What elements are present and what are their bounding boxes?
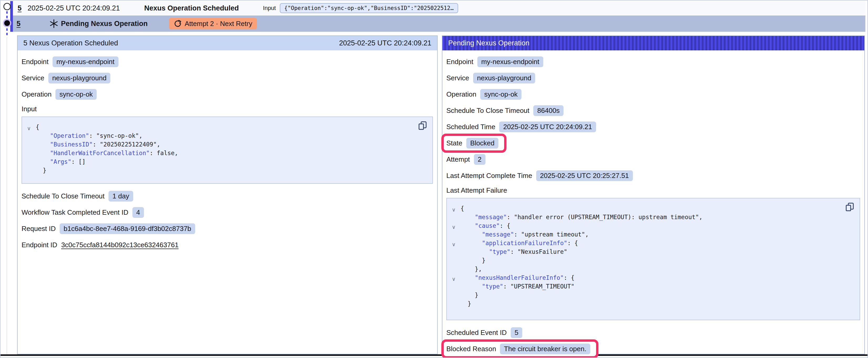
field-list: Endpointmy-nexus-endpointServicenexus-pl… bbox=[22, 56, 433, 100]
input-preview-chip[interactable]: {"Operation":"sync-op-ok","BusinessID":"… bbox=[280, 3, 458, 13]
field-row-service: Servicenexus-playground bbox=[446, 72, 860, 84]
field-value-badge: 2025-02-25 UTC 20:24:09.21 bbox=[499, 122, 596, 132]
event-id-link[interactable]: 5 bbox=[18, 4, 22, 12]
json-line: "message": "upstream timeout", bbox=[461, 230, 589, 239]
field-list: Schedule To Close Timeout1 dayWorkflow T… bbox=[22, 191, 433, 251]
field-value-badge: nexus-playground bbox=[48, 73, 111, 84]
panel-title: 5 Nexus Operation Scheduled bbox=[23, 39, 118, 47]
input-json-viewer: ∨{ "Operation": "sync-op-ok", "BusinessI… bbox=[22, 117, 433, 184]
field-value-badge: 2025-02-25 UTC 20:25:27.51 bbox=[536, 170, 633, 181]
json-line: } bbox=[461, 256, 486, 265]
json-line: } bbox=[461, 299, 471, 308]
field-row-endpoint-id: Endpoint ID3c0c75ccfa8144b092c13ce632463… bbox=[22, 239, 433, 251]
field-row-schedule-to-close-timeout: Schedule To Close Timeout86400s bbox=[446, 105, 860, 116]
field-label: Operation bbox=[446, 90, 476, 98]
field-value-badge: 5 bbox=[511, 327, 522, 338]
field-row-schedule-to-close-timeout: Schedule To Close Timeout1 day bbox=[22, 191, 433, 202]
json-line: { bbox=[36, 123, 39, 131]
field-row-request-id: Request IDb1c6a4bc-8ee7-468a-9169-df3b02… bbox=[22, 223, 433, 234]
field-label: Scheduled Time bbox=[446, 123, 495, 131]
field-value-badge: b1c6a4bc-8ee7-468a-9169-df3b02c8737b bbox=[60, 223, 195, 234]
json-line: "type": "UPSTREAM_TIMEOUT" bbox=[461, 282, 575, 291]
chevron-down-icon[interactable]: ∨ bbox=[447, 275, 461, 284]
event-id-link[interactable]: 5 bbox=[17, 20, 21, 28]
field-row-operation: Operationsync-op-ok bbox=[22, 89, 433, 100]
field-row-last-attempt-complete-time: Last Attempt Complete Time2025-02-25 UTC… bbox=[446, 170, 860, 182]
field-label: Schedule To Close Timeout bbox=[446, 106, 529, 115]
json-line: "type": "NexusFailure" bbox=[461, 248, 567, 256]
pending-title: Pending Nexus Operation bbox=[61, 20, 148, 28]
field-value-badge: nexus-playground bbox=[473, 73, 535, 84]
chevron-down-icon[interactable]: ∨ bbox=[447, 205, 461, 214]
temporal-event-history-view: 5 2025-02-25 UTC 20:24:09.21 Nexus Opera… bbox=[0, 0, 868, 358]
field-value-badge: 1 day bbox=[108, 191, 133, 202]
json-line: "nexusHandlerFailureInfo": { bbox=[461, 273, 574, 282]
panel-header: 5 Nexus Operation Scheduled 2025-02-25 U… bbox=[18, 36, 437, 51]
timeline-dashed-connector bbox=[6, 11, 8, 19]
field-label: Endpoint bbox=[22, 58, 49, 66]
annotation-highlight-box: Blocked ReasonThe circuit breaker is ope… bbox=[441, 339, 598, 358]
event-title: Nexus Operation Scheduled bbox=[144, 4, 239, 12]
attempt-retry-badge: Attempt 2 · Next Retry bbox=[169, 18, 257, 29]
json-line: "HandlerWaitForCancellation": false, bbox=[36, 149, 178, 158]
field-value-badge: Blocked bbox=[466, 138, 499, 149]
event-row-pending-nexus-operation[interactable]: 5 Pending Nexus Operation Attempt 2 · Ne… bbox=[13, 15, 865, 32]
field-row-endpoint: Endpointmy-nexus-endpoint bbox=[446, 56, 860, 67]
attempt-badge-label: Attempt 2 · Next Retry bbox=[185, 20, 252, 28]
field-row-workflow-task-completed-event-id: Workflow Task Completed Event ID4 bbox=[22, 207, 433, 218]
retry-icon bbox=[174, 20, 182, 28]
json-line: "message": "handler error (UPSTREAM_TIME… bbox=[461, 213, 703, 222]
field-label: Workflow Task Completed Event ID bbox=[22, 208, 128, 217]
event-timestamp: 2025-02-25 UTC 20:24:09.21 bbox=[28, 4, 120, 12]
panel-header: Pending Nexus Operation bbox=[442, 36, 864, 51]
field-value-badge: sync-op-ok bbox=[56, 89, 97, 100]
json-line: "applicationFailureInfo": { bbox=[461, 239, 578, 248]
event-row-nexus-operation-scheduled[interactable]: 5 2025-02-25 UTC 20:24:09.21 Nexus Opera… bbox=[13, 1, 865, 15]
field-value-badge: 86400s bbox=[533, 105, 563, 116]
copy-icon[interactable] bbox=[844, 202, 856, 213]
field-label: Request ID bbox=[22, 225, 56, 233]
field-list: Scheduled Event ID5Blocked ReasonThe cir… bbox=[446, 327, 860, 358]
field-label: State bbox=[446, 139, 462, 147]
chevron-down-icon[interactable]: ∨ bbox=[447, 223, 461, 231]
field-row-operation: Operationsync-op-ok bbox=[446, 89, 860, 100]
event-detail-panel-scheduled: 5 Nexus Operation Scheduled 2025-02-25 U… bbox=[17, 35, 438, 354]
pending-nexus-operation-panel: Pending Nexus Operation Endpointmy-nexus… bbox=[442, 35, 865, 354]
timeline-connector-line bbox=[6, 37, 7, 354]
field-label: Endpoint bbox=[446, 58, 473, 66]
timeline-dashed-connector bbox=[6, 28, 8, 37]
timeline-open-circle-icon bbox=[3, 3, 11, 10]
field-label: Schedule To Close Timeout bbox=[22, 192, 104, 200]
field-row-endpoint: Endpointmy-nexus-endpoint bbox=[22, 56, 433, 67]
field-value-badge: my-nexus-endpoint bbox=[477, 57, 543, 67]
field-row-scheduled-event-id: Scheduled Event ID5 bbox=[446, 327, 860, 338]
json-line: } bbox=[36, 166, 46, 175]
json-line: { bbox=[461, 204, 464, 213]
timeline-filled-circle-icon bbox=[3, 19, 11, 27]
field-value-link[interactable]: 3c0c75ccfa8144b092c13ce632463761 bbox=[61, 241, 179, 249]
field-value-badge: my-nexus-endpoint bbox=[53, 57, 119, 67]
field-row-blocked-reason: Blocked ReasonThe circuit breaker is ope… bbox=[446, 343, 590, 355]
json-line: "Args": [] bbox=[36, 158, 86, 166]
field-value-badge: 4 bbox=[132, 207, 144, 218]
chevron-down-icon[interactable]: ∨ bbox=[447, 240, 461, 249]
chevron-down-icon[interactable]: ∨ bbox=[22, 124, 36, 133]
input-section-label: Input bbox=[22, 105, 433, 113]
field-row-scheduled-time: Scheduled Time2025-02-25 UTC 20:24:09.21 bbox=[446, 121, 860, 133]
json-line: "Operation": "sync-op-ok", bbox=[36, 131, 143, 140]
field-value-badge: sync-op-ok bbox=[480, 89, 522, 100]
json-line: "BusinessID": "20250225122409", bbox=[36, 140, 160, 149]
panel-title: Pending Nexus Operation bbox=[448, 39, 529, 47]
failure-json-viewer: ∨{ "message": "handler error (UPSTREAM_T… bbox=[446, 198, 860, 320]
field-label: Blocked Reason bbox=[446, 345, 496, 353]
field-label: Operation bbox=[22, 90, 52, 98]
json-line: } bbox=[461, 291, 478, 299]
field-row-attempt: Attempt2 bbox=[446, 154, 860, 165]
field-value-badge: 2 bbox=[474, 154, 486, 165]
field-label: Service bbox=[22, 74, 44, 82]
failure-section-label: Last Attempt Failure bbox=[446, 186, 860, 194]
json-line: "cause": { bbox=[461, 222, 510, 230]
input-label: Input bbox=[263, 5, 276, 11]
copy-icon[interactable] bbox=[417, 120, 428, 132]
field-value-badge: The circuit breaker is open. bbox=[500, 344, 590, 354]
